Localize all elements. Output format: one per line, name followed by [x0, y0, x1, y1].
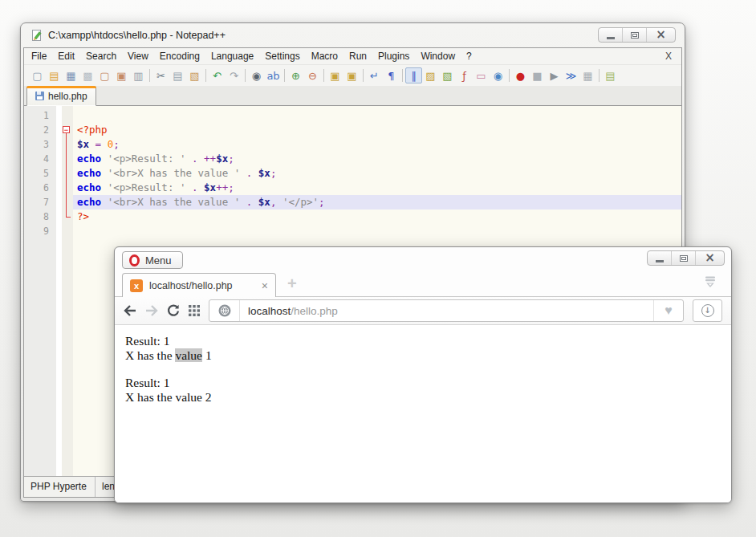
- code-line[interactable]: ?>: [73, 210, 681, 224]
- line-number[interactable]: 7: [24, 195, 49, 210]
- code-line[interactable]: $x = 0;: [73, 137, 681, 152]
- notepadpp-titlebar[interactable]: C:\xampp\htdocs\hello.php - Notepad++ ×: [23, 23, 682, 47]
- undo-icon[interactable]: ↶: [209, 67, 226, 83]
- fold-marker[interactable]: [62, 166, 73, 181]
- code-line[interactable]: echo '<br>X has the value ' . $x;: [73, 166, 681, 181]
- menu-item-macro[interactable]: Macro: [306, 49, 343, 63]
- url-text[interactable]: localhost/hello.php: [240, 305, 338, 317]
- paste-icon[interactable]: ▧: [186, 67, 203, 83]
- menubar-close-icon[interactable]: X: [665, 51, 681, 62]
- code-line[interactable]: echo '<p>Result: ' . $x++;: [73, 181, 681, 195]
- find-icon[interactable]: ◉: [248, 67, 265, 83]
- close-all-icon[interactable]: ▣: [113, 67, 130, 83]
- back-button[interactable]: [124, 305, 136, 316]
- new-tab-button[interactable]: +: [287, 275, 297, 293]
- menu-item-view[interactable]: View: [122, 49, 154, 63]
- opera-menu-button[interactable]: Menu: [122, 251, 183, 269]
- fold-margin[interactable]: [62, 106, 73, 476]
- open-folder-icon[interactable]: ▤: [46, 67, 63, 83]
- line-number[interactable]: 9: [24, 224, 49, 238]
- code-line[interactable]: [73, 224, 681, 238]
- fold-marker[interactable]: [62, 152, 73, 166]
- restore-button[interactable]: [622, 28, 646, 42]
- close-button[interactable]: ×: [646, 28, 675, 42]
- sync-vertical-icon[interactable]: ▣: [327, 67, 343, 83]
- minimize-button[interactable]: [599, 28, 622, 42]
- line-number[interactable]: 2: [24, 123, 49, 137]
- tab-menu-icon[interactable]: [703, 275, 717, 291]
- line-number[interactable]: 8: [24, 210, 49, 224]
- menu-item-window[interactable]: Window: [415, 49, 461, 63]
- address-bar[interactable]: localhost/hello.php ♥: [209, 299, 684, 322]
- zoom-in-icon[interactable]: ⊕: [287, 67, 304, 83]
- redo-icon[interactable]: ↷: [226, 67, 242, 83]
- menu-item-file[interactable]: File: [26, 49, 52, 63]
- macro-stop-icon[interactable]: ■: [529, 67, 546, 83]
- notepadpp-menubar: FileEditSearchViewEncodingLanguageSettin…: [24, 48, 681, 64]
- page-text-line: Result: 1: [125, 334, 731, 348]
- code-line[interactable]: echo '<p>Result: ' . ++$x;: [73, 152, 681, 166]
- code-line[interactable]: [73, 108, 681, 123]
- fold-marker[interactable]: [62, 181, 73, 195]
- minimize-icon: [656, 260, 664, 262]
- sync-horizontal-icon[interactable]: ▣: [343, 67, 360, 83]
- macro-save-icon[interactable]: ▦: [579, 67, 596, 83]
- open-recent-icon[interactable]: ▤: [602, 67, 619, 83]
- restore-button[interactable]: [671, 251, 695, 265]
- menu-item-run[interactable]: Run: [343, 49, 372, 63]
- fold-marker[interactable]: [62, 210, 73, 224]
- code-line[interactable]: <?php: [73, 123, 681, 137]
- save-all-icon[interactable]: ▩: [79, 67, 96, 83]
- word-wrap-icon[interactable]: ↵: [366, 67, 383, 83]
- document-monitor-eye-icon[interactable]: ◉: [490, 67, 506, 83]
- indent-guide-icon[interactable]: ∥: [405, 67, 422, 83]
- new-file-icon[interactable]: ▢: [29, 67, 46, 83]
- site-badge-globe-icon[interactable]: [209, 300, 240, 321]
- function-list-icon[interactable]: ƒ: [456, 67, 473, 83]
- menu-item-settings[interactable]: Settings: [259, 49, 305, 63]
- fold-marker[interactable]: [62, 123, 73, 137]
- menu-item-search[interactable]: Search: [80, 49, 122, 63]
- opera-titlebar[interactable]: Menu ×: [115, 247, 731, 271]
- replace-icon[interactable]: ab: [265, 67, 282, 83]
- zoom-out-icon[interactable]: ⊖: [304, 67, 321, 83]
- macro-run-multiple-icon[interactable]: ≫: [563, 67, 579, 83]
- bookmark-heart-icon[interactable]: ♥: [653, 300, 683, 321]
- speed-dial-icon[interactable]: [189, 305, 200, 316]
- reload-icon[interactable]: [167, 304, 180, 317]
- close-file-icon[interactable]: ▢: [96, 67, 113, 83]
- code-line[interactable]: echo '<br>X has the value ' . $x, '</p>'…: [73, 195, 681, 210]
- macro-record-icon[interactable]: ●: [512, 67, 529, 83]
- menu-item-edit[interactable]: Edit: [52, 49, 80, 63]
- show-all-characters-icon[interactable]: ¶: [383, 67, 400, 83]
- print-icon[interactable]: ▥: [130, 67, 147, 83]
- line-number[interactable]: 3: [24, 137, 49, 152]
- macro-play-icon[interactable]: ▶: [546, 67, 563, 83]
- opera-logo-icon: [129, 254, 140, 266]
- line-number[interactable]: 5: [24, 166, 49, 181]
- close-button[interactable]: ×: [695, 251, 724, 265]
- menu-item-help[interactable]: ?: [461, 49, 478, 63]
- browser-page: Result: 1X has the value 1 Result: 1X ha…: [115, 325, 731, 502]
- editor-tab-hello-php[interactable]: hello.php: [26, 86, 96, 106]
- menu-item-language[interactable]: Language: [205, 49, 259, 63]
- folder-as-workspace-icon[interactable]: ▭: [473, 67, 490, 83]
- fold-marker[interactable]: [62, 137, 73, 152]
- save-icon[interactable]: ▦: [63, 67, 79, 83]
- tab-close-icon[interactable]: ×: [262, 280, 268, 291]
- line-number[interactable]: 1: [24, 108, 49, 123]
- fold-marker[interactable]: [62, 195, 73, 210]
- line-number-gutter[interactable]: 123456789: [24, 106, 56, 476]
- forward-button[interactable]: [145, 305, 158, 316]
- download-button[interactable]: ↓: [693, 299, 722, 322]
- minimize-button[interactable]: [648, 251, 671, 265]
- menu-item-plugins[interactable]: Plugins: [372, 49, 415, 63]
- line-number[interactable]: 6: [24, 181, 49, 195]
- line-number[interactable]: 4: [24, 152, 49, 166]
- copy-icon[interactable]: ▤: [169, 67, 186, 83]
- document-map-icon[interactable]: ▧: [439, 67, 456, 83]
- cut-icon[interactable]: ✂: [152, 67, 169, 83]
- menu-item-encoding[interactable]: Encoding: [154, 49, 205, 63]
- run-user-command-icon[interactable]: ▨: [422, 67, 439, 83]
- browser-tab-localhost-hello-php[interactable]: x localhost/hello.php ×: [122, 273, 276, 297]
